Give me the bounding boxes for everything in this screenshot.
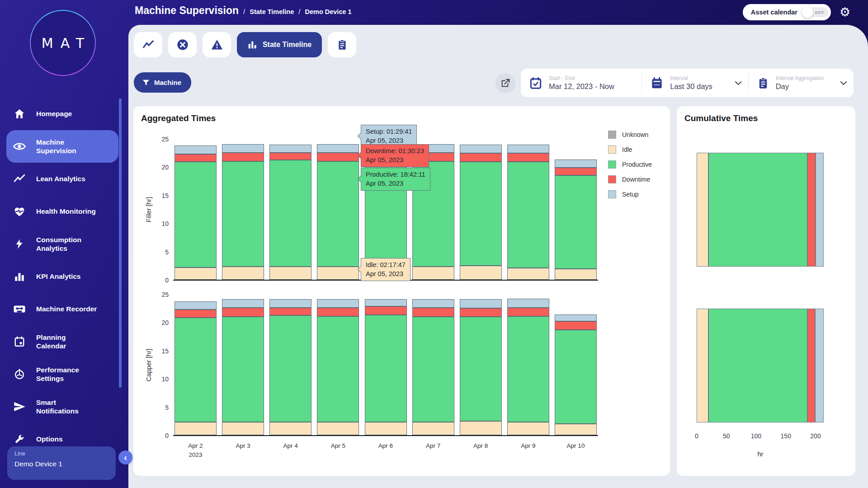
bar-segment-downtime[interactable]: [507, 153, 549, 162]
bar-segment-setup[interactable]: [412, 299, 454, 308]
bar-segment-setup[interactable]: [222, 299, 264, 308]
asset-calendar-toggle[interactable]: Asset calendar OFF: [743, 4, 831, 20]
bar-segment-idle[interactable]: [555, 424, 597, 435]
bar-segment-downtime[interactable]: [269, 153, 311, 160]
cumulative-segment-setup[interactable]: [816, 153, 824, 267]
cumulative-segment-productive[interactable]: [708, 153, 807, 267]
tab-trend-view[interactable]: [134, 32, 162, 57]
bar-segment-downtime[interactable]: [175, 154, 217, 162]
cumulative-segment-productive[interactable]: [708, 309, 807, 422]
bar-segment-setup[interactable]: [175, 145, 217, 154]
breadcrumb-device[interactable]: Demo Device 1: [305, 8, 351, 15]
bar-segment-downtime[interactable]: [460, 308, 502, 317]
bar-apr-2[interactable]: [175, 145, 217, 280]
bar-segment-productive[interactable]: [175, 162, 217, 267]
bar-segment-productive[interactable]: [460, 317, 502, 421]
bar-segment-productive[interactable]: [412, 317, 454, 422]
tab-state-timeline[interactable]: State Timeline: [237, 32, 322, 57]
bar-segment-downtime[interactable]: [269, 308, 311, 315]
cumulative-segment-setup[interactable]: [815, 309, 824, 422]
bar-segment-downtime[interactable]: [460, 153, 502, 162]
interval-select[interactable]: Interval Last 30 days: [642, 69, 748, 97]
tab-report-view[interactable]: [328, 32, 356, 57]
bar-segment-idle[interactable]: [317, 267, 359, 280]
bar-segment-setup[interactable]: [507, 299, 549, 308]
bar-apr-5[interactable]: [317, 299, 359, 435]
bar-segment-idle[interactable]: [365, 422, 407, 435]
bar-apr-3[interactable]: [222, 299, 264, 435]
bar-apr-8[interactable]: [460, 145, 502, 280]
bar-segment-idle[interactable]: [317, 422, 359, 435]
sidebar-item-performance-settings[interactable]: PerformanceSettings: [6, 358, 118, 390]
bar-segment-productive[interactable]: [507, 162, 549, 268]
bar-segment-setup[interactable]: [460, 145, 502, 154]
sidebar-item-kpi-analytics[interactable]: KPI Analytics: [6, 260, 118, 293]
bar-segment-idle[interactable]: [460, 421, 502, 435]
bar-segment-idle[interactable]: [222, 267, 264, 280]
cumulative-segment-idle[interactable]: [697, 309, 708, 422]
bar-apr-4[interactable]: [269, 145, 311, 280]
bar-segment-setup[interactable]: [460, 299, 502, 308]
breadcrumb-state-timeline[interactable]: State Timeline: [250, 8, 294, 15]
bar-apr-5[interactable]: [317, 144, 359, 280]
bar-apr-10[interactable]: [555, 314, 597, 435]
bar-segment-setup[interactable]: [555, 314, 597, 321]
bar-apr-3[interactable]: [222, 144, 264, 280]
bar-segment-downtime[interactable]: [317, 308, 359, 316]
bar-segment-downtime[interactable]: [507, 308, 549, 316]
sidebar-item-machine-recorder[interactable]: Machine Recorder: [6, 293, 118, 325]
bar-apr-7[interactable]: [412, 299, 454, 435]
bar-segment-productive[interactable]: [555, 175, 597, 269]
bar-segment-productive[interactable]: [460, 162, 502, 266]
sidebar-item-health-monitoring[interactable]: Health Monitoring: [6, 195, 118, 228]
settings-gear-icon[interactable]: ⚙: [838, 5, 852, 19]
sidebar-item-homepage[interactable]: Homepage: [6, 98, 118, 130]
bar-segment-downtime[interactable]: [317, 153, 359, 161]
bar-apr-9[interactable]: [507, 145, 549, 280]
start-end-control[interactable]: Start - End Mar 12, 2023 - Now: [521, 69, 642, 97]
bar-segment-productive[interactable]: [365, 315, 407, 422]
bar-segment-productive[interactable]: [317, 316, 359, 422]
bar-segment-productive[interactable]: [317, 161, 359, 267]
sidebar-collapse-button[interactable]: ‹: [118, 450, 132, 465]
bar-apr-10[interactable]: [555, 160, 597, 280]
cumulative-segment-downtime[interactable]: [807, 309, 815, 422]
tab-stops-view[interactable]: [168, 32, 197, 57]
bar-segment-productive[interactable]: [222, 161, 264, 267]
bar-segment-idle[interactable]: [555, 269, 597, 280]
bar-segment-idle[interactable]: [175, 422, 217, 435]
bar-apr-9[interactable]: [507, 299, 549, 435]
sidebar-item-planning-calendar[interactable]: PlanningCalendar: [6, 325, 118, 358]
bar-segment-productive[interactable]: [555, 330, 597, 424]
bar-segment-setup[interactable]: [317, 144, 359, 153]
device-card[interactable]: Line Demo Device 1: [7, 446, 116, 480]
bar-segment-productive[interactable]: [222, 317, 264, 422]
cumulative-segment-idle[interactable]: [697, 153, 708, 267]
bar-apr-8[interactable]: [460, 299, 502, 435]
bar-segment-idle[interactable]: [412, 267, 454, 280]
bar-segment-setup[interactable]: [269, 299, 311, 308]
aggregation-select[interactable]: Interval Aggregation Day: [749, 69, 854, 97]
bar-segment-idle[interactable]: [507, 268, 549, 280]
sidebar-item-smart-notifications[interactable]: SmartNotifications: [6, 390, 118, 423]
bar-segment-idle[interactable]: [507, 422, 549, 435]
bar-segment-idle[interactable]: [222, 422, 264, 435]
bar-segment-idle[interactable]: [269, 422, 311, 435]
bar-segment-downtime[interactable]: [175, 310, 217, 318]
bar-segment-setup[interactable]: [507, 145, 549, 154]
bar-apr-2[interactable]: [175, 301, 217, 435]
open-external-button[interactable]: [495, 73, 515, 93]
bar-segment-productive[interactable]: [507, 316, 549, 422]
bar-segment-downtime[interactable]: [365, 306, 407, 315]
bar-segment-setup[interactable]: [317, 299, 359, 308]
bar-segment-downtime[interactable]: [555, 168, 597, 175]
bar-segment-idle[interactable]: [269, 267, 311, 280]
bar-segment-downtime[interactable]: [412, 308, 454, 317]
tab-alarms-view[interactable]: [203, 32, 231, 57]
bar-segment-productive[interactable]: [269, 160, 311, 267]
sidebar-item-machine-supervision[interactable]: MachineSupervision: [6, 130, 118, 163]
bar-segment-downtime[interactable]: [222, 153, 264, 161]
bar-apr-4[interactable]: [269, 299, 311, 435]
bar-segment-productive[interactable]: [269, 315, 311, 422]
bar-segment-setup[interactable]: [555, 160, 597, 167]
